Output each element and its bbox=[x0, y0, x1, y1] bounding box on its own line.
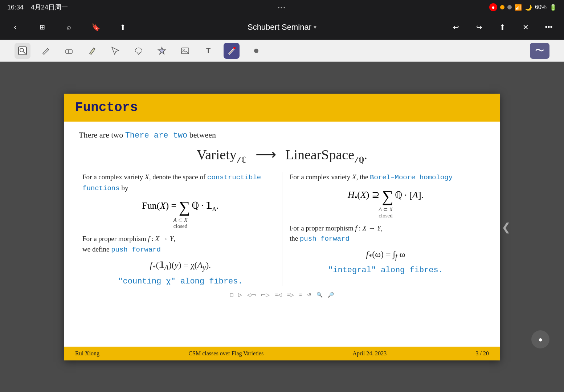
time: 16:34 bbox=[7, 4, 24, 11]
left-intro: For a complex variety X, denote the spac… bbox=[82, 172, 278, 193]
push-forward-left-text: push forward bbox=[111, 246, 161, 254]
nav-square-prev[interactable]: □ bbox=[229, 291, 234, 298]
nav-frame-prev[interactable]: ◁▭ bbox=[246, 291, 257, 298]
more-button[interactable]: ••• bbox=[541, 19, 557, 35]
nav-list-prev[interactable]: ≡◁ bbox=[273, 291, 283, 298]
svg-marker-6 bbox=[158, 47, 165, 54]
record-icon[interactable]: ⏺ bbox=[489, 3, 497, 11]
left-column: For a complex variety X, denote the spac… bbox=[79, 172, 282, 286]
intro-text-start: There are two bbox=[79, 130, 125, 139]
closed-label-right: closed bbox=[290, 213, 482, 219]
variety-formula: Variety/ℂ ⟶ LinearSpace/ℚ. bbox=[79, 146, 485, 165]
share-button[interactable]: ⬆ bbox=[115, 19, 131, 35]
wifi-icon: 📶 bbox=[515, 4, 522, 11]
search-tool-button[interactable] bbox=[15, 43, 30, 59]
right-quote: "integral" along fibres. bbox=[290, 266, 482, 275]
right-sigma-subscript: A ⊂ X closed bbox=[290, 206, 482, 219]
push-forward-right-text: push forward bbox=[300, 235, 350, 243]
close-button[interactable]: ✕ bbox=[518, 19, 534, 35]
nav-frame-next[interactable]: ▭▷ bbox=[259, 291, 271, 298]
tools-bar: T 〜 bbox=[0, 40, 564, 62]
svg-point-8 bbox=[183, 49, 184, 50]
star-tool-button[interactable] bbox=[154, 43, 170, 59]
lasso-tool-button[interactable] bbox=[131, 43, 147, 59]
footer-author: Rui Xiong bbox=[75, 350, 99, 357]
functors-word: There are two bbox=[125, 131, 188, 140]
battery-label: 60% bbox=[535, 4, 547, 11]
scroll-dot-icon: ● bbox=[538, 335, 543, 344]
grid-button[interactable]: ⊞ bbox=[34, 19, 50, 35]
orange-dot-icon bbox=[500, 5, 504, 9]
footer-date: April 24, 2023 bbox=[352, 350, 387, 357]
nav-undo[interactable]: ↺ bbox=[306, 291, 313, 298]
left-pf-formula: f*(𝟙A)(y) = χ(Ay). bbox=[82, 260, 278, 272]
slide-header: Functors bbox=[64, 94, 500, 122]
nav-search-next[interactable]: 🔎 bbox=[326, 291, 335, 298]
footer-title: CSM classes over Flag Varieties bbox=[188, 350, 263, 357]
svg-point-9 bbox=[233, 47, 236, 49]
nav-menu[interactable]: ≡ bbox=[298, 291, 303, 298]
arrow-icon: ⟶ bbox=[256, 146, 276, 163]
status-bar: 16:34 4月24日周一 ••• ⏺ 📶 🌙 60% 🔋 bbox=[0, 0, 564, 15]
text-tool-button[interactable]: T bbox=[200, 43, 216, 59]
date: 4月24日周一 bbox=[31, 3, 68, 12]
intro-text-end: between bbox=[189, 130, 216, 139]
left-morphism: For a proper morphism f : X → Y, we defi… bbox=[82, 234, 278, 255]
gray-dot-icon bbox=[507, 5, 512, 9]
right-intro: For a complex variety X, the Borel–Moore… bbox=[290, 172, 482, 183]
slide: Functors There are two There are two bet… bbox=[64, 94, 500, 360]
slide-footer: Rui Xiong CSM classes over Flag Varietie… bbox=[64, 347, 500, 360]
pencil-tool-button[interactable] bbox=[38, 43, 54, 59]
constructible-functions-text: constructible functions bbox=[82, 173, 261, 192]
nav-controls: □ ▷ ◁▭ ▭▷ ≡◁ ≡▷ ≡ ↺ 🔍 🔎 bbox=[79, 291, 485, 298]
search-button[interactable]: ⌕ bbox=[61, 19, 77, 35]
svg-rect-7 bbox=[181, 48, 189, 54]
selector-tool-button[interactable] bbox=[107, 43, 123, 59]
left-quote: "counting χ" along fibres. bbox=[82, 277, 278, 286]
highlighter-tool-button[interactable] bbox=[84, 43, 100, 59]
closed-label-left: closed bbox=[82, 223, 278, 229]
right-column: For a complex variety X, the Borel–Moore… bbox=[282, 172, 485, 286]
battery-icon: 🔋 bbox=[549, 4, 557, 11]
document-area: Functors There are two There are two bet… bbox=[0, 62, 564, 392]
back-button[interactable]: ‹ bbox=[7, 19, 23, 35]
slide-body: There are two There are two between Vari… bbox=[64, 122, 500, 347]
wave-tool-button[interactable]: 〜 bbox=[530, 43, 549, 59]
nav-list-next[interactable]: ≡▷ bbox=[286, 291, 295, 298]
dot-separator bbox=[254, 49, 258, 53]
undo-button[interactable]: ↩ bbox=[448, 19, 464, 35]
slide-title: Functors bbox=[75, 100, 489, 115]
app-title: Schubert Seminar bbox=[248, 23, 311, 32]
borel-moore-text: Borel–Moore homology bbox=[370, 173, 453, 181]
footer-page: 3 / 20 bbox=[476, 350, 489, 357]
moon-icon: 🌙 bbox=[525, 4, 532, 11]
bookmark-button[interactable]: 🔖 bbox=[88, 19, 104, 35]
dropdown-chevron-icon[interactable]: ▾ bbox=[314, 24, 316, 30]
fun-formula: Fun(X) = ∑ ℚ · 𝟙A. bbox=[82, 199, 278, 215]
intro-paragraph: There are two There are two between bbox=[79, 130, 485, 140]
linearspace-label: LinearSpace bbox=[285, 147, 354, 162]
nav-search[interactable]: 🔍 bbox=[315, 291, 324, 298]
scroll-indicator[interactable]: ● bbox=[531, 330, 549, 348]
nav-square-next[interactable]: ▷ bbox=[237, 291, 244, 298]
eraser-tool-button[interactable] bbox=[61, 43, 77, 59]
right-morphism: For a proper morphism f : X → Y, the pus… bbox=[290, 223, 482, 244]
h-formula: H•(X) ⊇ ∑ ℚ · [A]. bbox=[290, 189, 482, 205]
right-pf-formula: f*(ω) = ∫f ω bbox=[290, 249, 482, 261]
svg-point-5 bbox=[135, 48, 142, 53]
left-sigma-subscript: A ⊂ X closed bbox=[82, 217, 278, 229]
two-column-content: For a complex variety X, denote the spac… bbox=[79, 172, 485, 286]
export-button[interactable]: ⬆ bbox=[494, 19, 510, 35]
svg-rect-3 bbox=[66, 50, 72, 53]
active-pen-tool[interactable] bbox=[224, 43, 240, 59]
redo-button[interactable]: ↪ bbox=[471, 19, 487, 35]
image-tool-button[interactable] bbox=[177, 43, 193, 59]
status-dots: ••• bbox=[278, 5, 286, 11]
variety-label: Variety bbox=[197, 147, 237, 162]
toolbar: ‹ ⊞ ⌕ 🔖 ⬆ Schubert Seminar ▾ ↩ ↪ ⬆ ✕ ••• bbox=[0, 15, 564, 40]
right-panel-handle[interactable]: ❮ bbox=[502, 221, 511, 233]
